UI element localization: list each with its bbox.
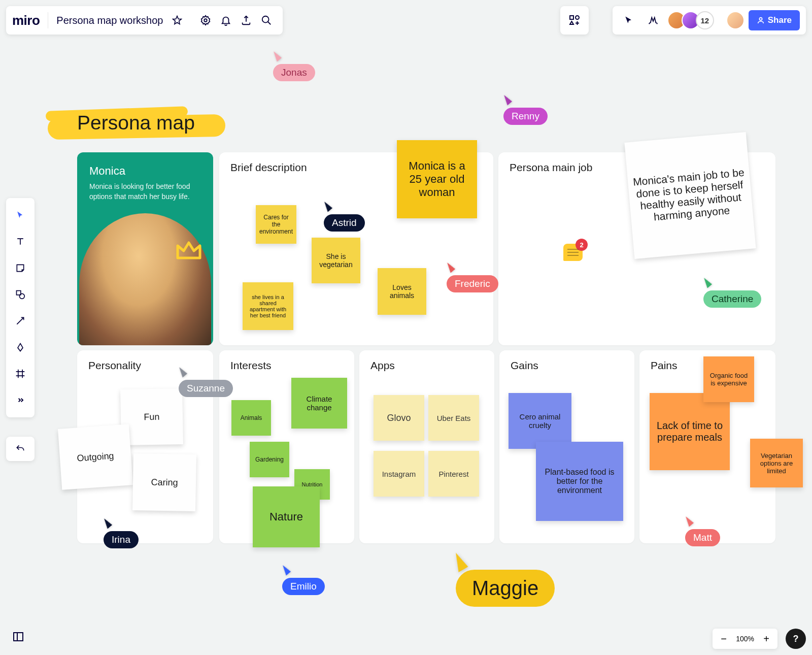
frame-tool[interactable]	[8, 362, 32, 386]
sticky-caring[interactable]: Caring	[132, 453, 196, 511]
settings-icon[interactable]	[195, 10, 216, 30]
crown-icon	[175, 239, 203, 269]
sticky-lack-time[interactable]: Lack of time to prepare meals	[650, 393, 730, 470]
sticky-shared-apt[interactable]: she lives in a shared apartment with her…	[243, 282, 293, 330]
board-title[interactable]: Persona map workshop	[56, 15, 163, 26]
reactions-icon[interactable]	[643, 10, 663, 30]
avatar-count[interactable]: 12	[696, 11, 714, 29]
sticky-cares-env[interactable]: Cares for the environment	[256, 205, 296, 244]
sticky-tool[interactable]	[8, 256, 32, 280]
cursor-jonas: Jonas	[273, 51, 315, 81]
undo-button[interactable]	[6, 437, 35, 461]
svg-point-6	[19, 293, 24, 299]
zoom-in-button[interactable]: +	[759, 632, 773, 646]
cursor-frederic: Frederic	[447, 262, 498, 292]
sticky-animals[interactable]: Animals	[231, 400, 271, 436]
sticky-nature[interactable]: Nature	[253, 486, 320, 547]
export-icon[interactable]	[236, 10, 256, 30]
sticky-instagram[interactable]: Instagram	[374, 451, 424, 497]
cursor-renny: Renny	[503, 94, 548, 125]
comment-count-badge: 2	[576, 239, 588, 251]
cursor-maggie: Maggie	[456, 556, 555, 607]
more-tools[interactable]	[8, 388, 32, 412]
cursor-matt: Matt	[685, 516, 720, 546]
zoom-controls: − 100% +	[713, 629, 777, 649]
persona-card[interactable]: Monica Monica is looking for better food…	[77, 152, 213, 345]
logo[interactable]: miro	[12, 13, 40, 28]
cursor-mode-icon[interactable]	[619, 10, 639, 30]
apps-button[interactable]	[560, 6, 589, 35]
pen-tool[interactable]	[8, 335, 32, 359]
share-button[interactable]: Share	[749, 10, 800, 30]
svg-rect-2	[570, 16, 573, 19]
topbar-right: 12 Share	[613, 6, 806, 35]
svg-point-0	[205, 19, 208, 22]
sticky-loves-animals[interactable]: Loves animals	[378, 268, 426, 315]
frame-title: Apps	[359, 350, 494, 372]
board-heading[interactable]: Persona map	[48, 112, 195, 134]
sticky-main-job[interactable]: Monica's main job to be done is to keep …	[624, 132, 756, 259]
sticky-glovo[interactable]: Glovo	[374, 395, 424, 441]
svg-rect-7	[14, 633, 23, 641]
sticky-plant-based[interactable]: Plant-based food is better for the envir…	[536, 442, 623, 521]
arrow-tool[interactable]	[8, 309, 32, 333]
zoom-level[interactable]: 100%	[733, 635, 757, 643]
svg-point-4	[759, 18, 762, 20]
sticky-fun[interactable]: Fun	[120, 388, 183, 445]
comment-indicator[interactable]: 2	[563, 244, 583, 261]
cursor-suzanne: Suzanne	[179, 367, 233, 397]
frame-title: Interests	[219, 350, 354, 372]
shape-tool[interactable]	[8, 282, 32, 307]
help-button[interactable]: ?	[786, 629, 806, 649]
sticky-uber-eats[interactable]: Uber Eats	[428, 395, 479, 441]
star-icon[interactable]	[167, 10, 187, 30]
persona-name: Monica	[77, 152, 213, 182]
cursor-astrid: Astrid	[324, 201, 365, 232]
bell-icon[interactable]	[216, 10, 236, 30]
cursor-irina: Irina	[104, 518, 139, 548]
sticky-climate[interactable]: Climate change	[291, 378, 347, 429]
topbar-left: miro Persona map workshop	[6, 6, 283, 35]
select-tool[interactable]	[8, 203, 32, 227]
current-user-avatar[interactable]	[726, 11, 745, 29]
text-tool[interactable]	[8, 230, 32, 254]
persona-photo	[79, 213, 211, 345]
cursor-catherine: Catherine	[703, 277, 761, 308]
svg-point-1	[262, 16, 269, 23]
toolbar	[6, 198, 35, 417]
persona-desc: Monica is looking for better food option…	[77, 182, 213, 202]
sticky-organic-exp[interactable]: Organic food is expensive	[703, 356, 754, 402]
sticky-monica-age[interactable]: Monica is a 25 year old woman	[397, 140, 477, 218]
sticky-cero-cruelty[interactable]: Cero animal cruelty	[509, 393, 571, 449]
sticky-veg-limited[interactable]: Vegetarian options are limited	[750, 439, 803, 487]
cursor-emilio: Emilio	[282, 565, 325, 595]
frames-panel-button[interactable]	[6, 625, 30, 649]
frame-apps[interactable]: Apps	[359, 350, 494, 543]
sticky-gardening[interactable]: Gardening	[250, 442, 289, 477]
search-icon[interactable]	[256, 10, 277, 30]
frame-title: Gains	[499, 350, 634, 372]
svg-point-3	[576, 16, 579, 19]
sticky-outgoing[interactable]: Outgoing	[58, 424, 133, 489]
zoom-out-button[interactable]: −	[717, 632, 731, 646]
sticky-vegetarian[interactable]: She is vegetarian	[312, 238, 360, 283]
collaborator-avatars[interactable]: 12	[667, 11, 714, 29]
canvas[interactable]: Persona map Monica Monica is looking for…	[0, 0, 812, 655]
sticky-pinterest[interactable]: Pinterest	[428, 451, 479, 497]
